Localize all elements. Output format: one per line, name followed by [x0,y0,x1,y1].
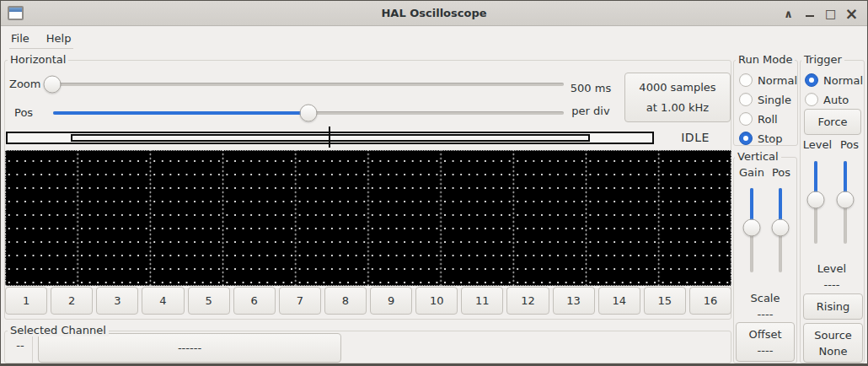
hpos-slider[interactable] [53,104,564,121]
radio-icon [739,132,753,145]
channel-button[interactable]: 5 [188,287,230,315]
record-view-cursor[interactable] [329,126,330,148]
radio-icon [739,112,753,126]
channel-button[interactable]: 15 [644,287,686,315]
channel-button[interactable]: 11 [461,287,503,315]
zoom-slider-track[interactable] [47,83,564,86]
menu-item[interactable]: File [3,29,38,48]
run-mode-option[interactable]: Stop [739,130,783,147]
scale-value: ---- [734,308,796,320]
hpos-slider-knob[interactable] [300,104,318,121]
slope-button[interactable]: Rising [803,293,863,320]
selected-channel-label: Selected Channel [8,325,109,336]
force-button[interactable]: Force [804,109,861,135]
radio-label: Single [758,94,791,106]
scale-caption: Scale [734,292,796,304]
selected-channel-separator [32,334,33,363]
per-div-line2: per div [564,100,618,122]
source-button[interactable]: Source None [803,323,863,363]
minimize-button[interactable] [799,3,820,24]
shade-button[interactable]: ∧ [778,3,799,24]
channel-button[interactable]: 16 [689,287,731,315]
pos-slider-label: Pos [14,106,45,119]
scope-display[interactable] [5,150,731,286]
trigger-pos-slider-knob[interactable] [836,191,854,209]
samples-line1: 4000 samples [639,78,715,98]
channel-button[interactable]: 4 [142,287,184,315]
channel-button[interactable]: 2 [51,287,93,315]
channel-button[interactable]: 9 [370,287,412,315]
trigger-pos-slider[interactable] [836,161,854,244]
vpos-slider-knob[interactable] [771,219,789,237]
run-mode-option[interactable]: Roll [739,110,778,127]
source-button-line2: None [819,343,848,359]
gain-slider-label: Gain [736,166,768,179]
horizontal-group-label: Horizontal [8,54,68,66]
channel-button[interactable]: 1 [5,287,47,315]
trigger-label: Trigger [801,54,844,66]
channel-button[interactable]: 13 [553,287,595,315]
trigger-option[interactable]: Auto [805,91,849,108]
gain-slider[interactable] [742,188,760,272]
window-title: HAL Oscilloscope [1,7,867,19]
run-mode-option[interactable]: Normal [739,72,797,89]
offset-button-line1: Offset [748,326,781,342]
run-mode-label: Run Mode [736,54,795,66]
samples-button[interactable]: 4000 samples at 1.00 kHz [624,73,731,122]
channel-button-row: 12345678910111213141516 [5,287,731,315]
minimize-icon [806,15,814,17]
source-button-line1: Source [814,327,852,343]
channel-button[interactable]: 3 [96,287,138,315]
trigger-option[interactable]: Normal [805,72,863,89]
radio-icon [805,73,818,87]
offset-button-line2: ---- [758,342,774,358]
trigger-level-slider-knob[interactable] [806,191,824,209]
offset-button[interactable]: Offset ---- [736,322,795,362]
vertical-label: Vertical [735,151,781,163]
channel-button[interactable]: 8 [324,287,367,315]
radio-icon [805,93,818,106]
radio-icon [739,73,753,87]
radio-label: Roll [758,113,778,126]
trigger-level-slider[interactable] [806,161,824,244]
trigger-level-value: ---- [801,278,863,291]
maximize-button[interactable]: □ [820,3,841,24]
hpos-slider-fill [53,111,308,115]
vpos-slider[interactable] [771,188,789,272]
radio-label: Stop [758,132,783,145]
selected-channel-name-button[interactable]: ------ [38,333,341,363]
channel-button[interactable]: 12 [506,287,549,315]
menu-separator [9,48,73,49]
channel-button[interactable]: 6 [233,287,276,315]
record-view-region[interactable] [71,134,590,142]
acquisition-status: IDLE [663,131,727,144]
titlebar[interactable]: HAL Oscilloscope ∧ □ × [1,1,867,26]
window-controls: ∧ □ × [778,1,862,26]
close-button[interactable]: × [841,3,862,24]
trigger-level-caption: Level [801,262,863,275]
samples-line2: at 1.00 kHz [646,98,709,118]
radio-label: Normal [823,74,863,87]
zoom-slider-knob[interactable] [44,75,62,93]
gain-slider-knob[interactable] [742,219,760,237]
trigger-level-slider-label: Level [800,138,835,151]
radio-label: Auto [823,94,849,106]
zoom-slider[interactable] [47,75,564,93]
menubar: FileHelp [3,27,79,49]
zoom-slider-label: Zoom [9,78,45,90]
trigger-pos-slider-label: Pos [836,138,863,151]
channel-button[interactable]: 10 [415,287,458,315]
selected-channel-indicator: -- [9,339,31,352]
per-div-readout: 500 ms per div [564,77,618,122]
per-div-line1: 500 ms [564,77,618,100]
run-mode-option[interactable]: Single [739,91,791,108]
menu-item[interactable]: Help [38,29,80,48]
channel-button[interactable]: 14 [598,287,640,315]
radio-icon [739,93,753,106]
radio-label: Normal [758,74,797,87]
channel-button[interactable]: 7 [279,287,321,315]
app-window: HAL Oscilloscope ∧ □ × FileHelp Horizont… [0,0,868,366]
vpos-slider-label: Pos [768,166,795,179]
